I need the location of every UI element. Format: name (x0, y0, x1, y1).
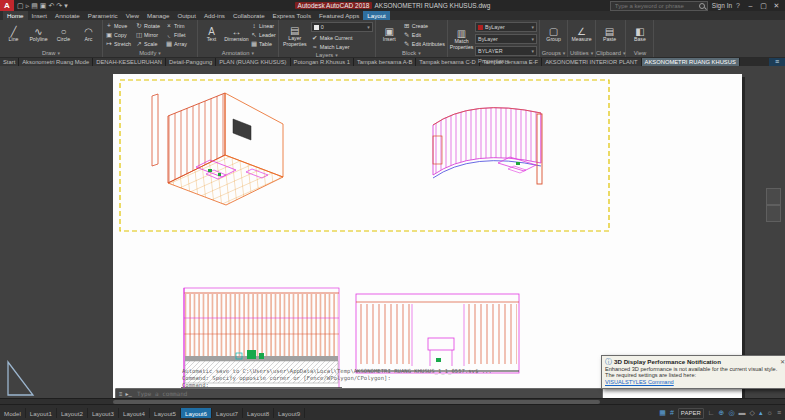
ribbon-tab-output[interactable]: Output (173, 11, 200, 20)
search-icon[interactable] (699, 3, 705, 9)
ribbon-tab-manage[interactable]: Manage (143, 11, 173, 20)
redo-icon[interactable]: ↷ (56, 0, 62, 11)
rotate-button[interactable]: ↻Rotate (135, 21, 165, 30)
match-layer-button[interactable]: ≈Match Layer (311, 42, 373, 51)
file-tab[interactable]: Aksonometri Ruang Mode (19, 57, 93, 66)
stretch-button[interactable]: ↦Stretch (105, 39, 135, 48)
modify-panel-label[interactable]: Modify▾ (103, 49, 197, 57)
application-menu-button[interactable]: A (0, 0, 14, 11)
ribbon-tab-express-tools[interactable]: Express Tools (269, 11, 315, 20)
measure-button[interactable]: ∠Measure (570, 21, 593, 48)
fillet-button[interactable]: ◟Fillet (165, 30, 195, 39)
paste-button[interactable]: ▤Paste (598, 21, 621, 48)
linear-button[interactable]: ↕Linear (250, 21, 276, 30)
lineweight-toggle-icon[interactable]: ▬ (739, 406, 746, 420)
help-icon[interactable]: ? (736, 0, 740, 11)
groups-panel-label[interactable]: Groups▾ (540, 49, 567, 57)
visualstyles-command-link[interactable]: VISUALSTYLES Command (605, 379, 674, 385)
array-button[interactable]: ▦Array (165, 39, 195, 48)
file-tab-active[interactable]: AKSONOMETRI RUANG KHUSUS (642, 57, 740, 66)
linetype-dropdown[interactable]: ByLayer▾ (475, 34, 537, 44)
ribbon-tab-collaborate[interactable]: Collaborate (229, 11, 269, 20)
close-button[interactable]: ✕ (770, 0, 783, 11)
file-tab[interactable]: Detail-Panggung (166, 57, 216, 66)
polyline-button[interactable]: ∿Polyline (27, 21, 50, 48)
mirror-button[interactable]: ◫Mirror (135, 30, 165, 39)
file-tab-start[interactable]: Start (0, 57, 19, 66)
file-tab[interactable]: DENAH-KESELURUHAN (93, 57, 166, 66)
file-tab[interactable]: Potongan R.Khusus 1 (291, 57, 354, 66)
edit-block-button[interactable]: ✎Edit (403, 30, 445, 39)
model-tab[interactable]: Model (0, 408, 26, 418)
block-panel-label[interactable]: Block▾ (376, 49, 447, 57)
command-input[interactable] (135, 389, 599, 398)
insert-button[interactable]: ▣Insert (378, 21, 401, 48)
ribbon-tab-addins[interactable]: Add-ins (200, 11, 229, 20)
copy-button[interactable]: ▣Copy (105, 30, 135, 39)
ortho-toggle-icon[interactable]: ∟ (708, 406, 715, 420)
ribbon-tab-home[interactable]: Home (3, 11, 28, 20)
ribbon-tab-insert[interactable]: Insert (28, 11, 51, 20)
grid-toggle-icon[interactable]: ▦ (659, 406, 666, 420)
viewport-control-button[interactable] (766, 205, 781, 222)
notification-close-icon[interactable]: ✕ (780, 358, 785, 365)
trim-button[interactable]: ×Trim (165, 21, 195, 30)
layout-tab[interactable]: Layout4 (119, 408, 150, 418)
new-icon[interactable]: ▢ (17, 0, 24, 11)
utilities-panel-label[interactable]: Utilities▾ (568, 49, 595, 57)
layout-tab[interactable]: Layout3 (88, 408, 119, 418)
layout-tab[interactable]: Layout1 (26, 408, 57, 418)
viewport-control-button[interactable] (766, 188, 781, 205)
undo-icon[interactable]: ↶ (48, 0, 54, 11)
qat-dropdown-icon[interactable]: ▾ (64, 0, 68, 11)
ribbon-tab-layout[interactable]: Layout (363, 11, 390, 20)
search-input[interactable] (613, 2, 697, 10)
layout-tab[interactable]: Layout8 (243, 408, 274, 418)
isodraft-toggle-icon[interactable]: ◇ (750, 406, 755, 420)
table-button[interactable]: ▦Table (250, 39, 276, 48)
move-button[interactable]: +Move (105, 21, 135, 30)
layout-tab-active[interactable]: Layout6 (181, 408, 212, 418)
signin-button[interactable]: Sign In (712, 2, 732, 9)
line-button[interactable]: ╱Line (2, 21, 25, 48)
make-current-button[interactable]: ✔Make Current (311, 33, 373, 42)
command-line[interactable]: ≡ ▸_ (115, 388, 603, 398)
base-button[interactable]: ◧Base (628, 21, 651, 48)
ribbon-tab-parametric[interactable]: Parametric (84, 11, 122, 20)
annotation-panel-label[interactable]: Annotation▾ (198, 49, 278, 57)
layer-properties-button[interactable]: ▤Layer Properties (281, 21, 309, 51)
minimize-button[interactable]: – (744, 0, 757, 11)
snap-toggle-icon[interactable]: # (670, 406, 674, 420)
file-tab[interactable]: AKSONOMETRI INTERIOR PLANT (542, 57, 641, 66)
save-icon[interactable]: ▤ (31, 0, 38, 11)
text-button[interactable]: AText (200, 21, 223, 48)
plot-icon[interactable]: ▣ (40, 0, 47, 11)
arc-button[interactable]: ◠Arc (77, 21, 100, 48)
file-tab[interactable]: Tampak bersama A-B (354, 57, 416, 66)
group-button[interactable]: ▢Group (542, 21, 565, 48)
customize-icon[interactable]: ≡ (777, 406, 781, 420)
layers-panel-label[interactable]: Layers▾ (279, 52, 375, 58)
object-color-dropdown[interactable]: ByLayer▾ (475, 22, 537, 32)
infocenter-search[interactable] (610, 1, 708, 11)
workspace-switch-icon[interactable]: ☼ (766, 406, 772, 420)
ribbon-tab-view[interactable]: View (122, 11, 143, 20)
create-block-button[interactable]: ⊞Create (403, 21, 445, 30)
annotation-scale-icon[interactable]: ▴ (759, 406, 763, 420)
properties-panel-label[interactable]: Properties▾ (448, 58, 539, 64)
drawing-area[interactable]: Automatic save to C:\Users\user\AppData\… (0, 66, 785, 398)
match-properties-button[interactable]: ▥Match Properties (450, 21, 473, 57)
layout-tab[interactable]: Layout9 (274, 408, 305, 418)
open-icon[interactable]: ▹ (26, 0, 30, 11)
layer-dropdown[interactable]: 0▾ (311, 22, 373, 32)
layout-tab[interactable]: Layout7 (212, 408, 243, 418)
dimension-button[interactable]: ↔Dimension (225, 21, 248, 48)
edit-attributes-button[interactable]: ✎Edit Attributes (403, 39, 445, 48)
draw-panel-label[interactable]: Draw▾ (0, 49, 102, 57)
layout-tab[interactable]: Layout2 (57, 408, 88, 418)
file-tab[interactable]: PLAN (RUANG KHUSUS) (216, 57, 290, 66)
layout-tab[interactable]: Layout5 (150, 408, 181, 418)
ribbon-tab-featured-apps[interactable]: Featured Apps (315, 11, 363, 20)
ribbon-tab-annotate[interactable]: Annotate (51, 11, 84, 20)
paper-space-toggle[interactable]: PAPER (678, 408, 704, 419)
